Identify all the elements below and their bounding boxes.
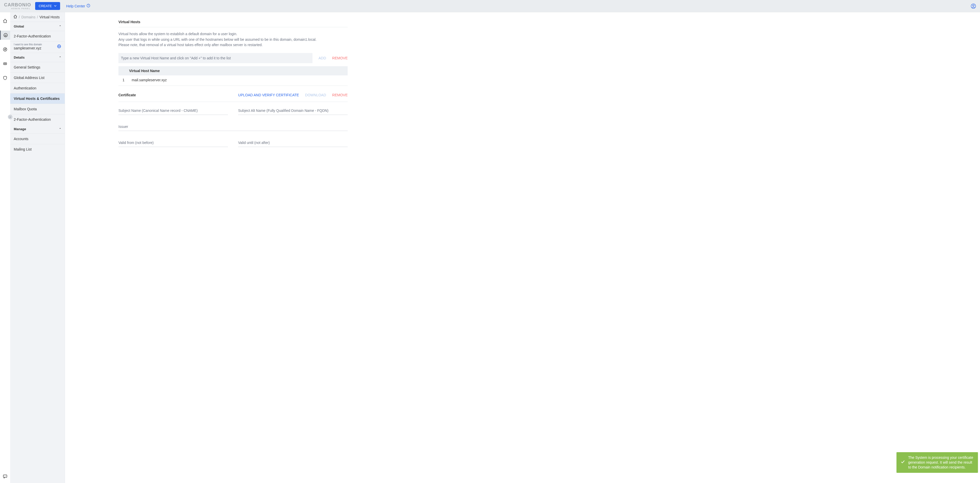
check-icon: [900, 459, 905, 465]
valid-from-field: Valid from (not before): [118, 139, 228, 147]
download-certificate-button[interactable]: DOWNLOAD: [305, 93, 326, 97]
sidebar-item-2fa-details[interactable]: 2-Factor-Authentication: [10, 114, 65, 124]
sidebar-section-details[interactable]: Details ⌃: [10, 53, 65, 62]
nav-monitoring-icon[interactable]: [0, 45, 10, 54]
help-center-link[interactable]: Help Center ?: [66, 4, 91, 8]
create-button-label: CREATE: [39, 4, 52, 8]
svg-point-12: [5, 476, 5, 477]
svg-point-7: [5, 49, 6, 50]
add-button[interactable]: ADD: [318, 56, 326, 60]
table-row[interactable]: 1 mail.sampleserver.xyz: [118, 75, 348, 84]
home-icon[interactable]: [13, 14, 18, 19]
breadcrumb-section[interactable]: Domains: [21, 15, 35, 19]
chevron-up-icon: ⌃: [59, 25, 61, 28]
certificate-title: Certificate: [118, 93, 136, 97]
user-account-icon[interactable]: [971, 3, 976, 9]
virtual-host-name-input[interactable]: [118, 53, 312, 63]
logo-main: CARBONIO: [4, 3, 31, 7]
nav-privacy-icon[interactable]: [0, 73, 10, 83]
row-index: 1: [121, 78, 126, 82]
sidebar-item-mailing-list[interactable]: Mailing List: [10, 144, 65, 155]
success-toast: The System is processing your certificat…: [896, 452, 978, 473]
nav-feedback-icon[interactable]: [0, 474, 10, 483]
main-content: Virtual Hosts Virtual hosts allow the sy…: [65, 12, 980, 483]
valid-until-field: Valid until (not after): [238, 139, 348, 147]
toast-message: The System is processing your certificat…: [908, 455, 974, 470]
chevron-up-icon: ⌃: [59, 128, 61, 131]
chevron-right-icon: ›: [10, 116, 10, 118]
svg-rect-9: [4, 64, 6, 64]
chevron-down-icon: [54, 4, 57, 8]
sidebar: / Domains / Virtual Hosts Global ⌃ 2-Fac…: [10, 12, 65, 483]
top-bar: CARBONIO ADMIN PANEL CREATE Help Center …: [0, 0, 980, 12]
issuer-field: Issuer: [118, 123, 348, 131]
nav-rail: @: [0, 12, 10, 483]
sidebar-item-virtual-hosts[interactable]: Virtual Hosts & Certificates: [10, 93, 65, 104]
svg-point-13: [6, 476, 6, 477]
sidebar-item-mailbox-quota[interactable]: Mailbox Quota: [10, 104, 65, 114]
remove-virtual-host-button[interactable]: REMOVE: [332, 56, 348, 60]
help-center-label: Help Center: [66, 4, 85, 8]
virtual-hosts-description: Virtual hosts allow the system to establ…: [118, 31, 348, 48]
chevron-up-icon: ⌃: [59, 56, 61, 59]
sidebar-collapse-handle[interactable]: ›: [8, 115, 13, 119]
logo: CARBONIO ADMIN PANEL: [4, 3, 31, 10]
sidebar-item-gal[interactable]: Global Address List: [10, 72, 65, 83]
sidebar-section-global[interactable]: Global ⌃: [10, 22, 65, 31]
breadcrumb-current: Virtual Hosts: [40, 15, 60, 19]
svg-text:@: @: [4, 34, 6, 37]
logo-sub: ADMIN PANEL: [11, 8, 30, 10]
nav-home-icon[interactable]: [0, 16, 10, 26]
breadcrumb: / Domains / Virtual Hosts: [10, 12, 65, 22]
domain-selector[interactable]: I want to see this domain sampleserver.x…: [10, 41, 65, 53]
help-icon: ?: [87, 4, 90, 8]
sidebar-item-accounts[interactable]: Accounts: [10, 134, 65, 144]
nav-storage-icon[interactable]: [0, 59, 10, 68]
svg-point-11: [4, 476, 5, 477]
nav-domains-icon[interactable]: @: [0, 30, 10, 40]
sidebar-item-general-settings[interactable]: General Settings: [10, 62, 65, 72]
sidebar-item-authentication[interactable]: Authentication: [10, 83, 65, 93]
svg-point-3: [973, 5, 974, 6]
subject-name-field: Subject Name (Canonical Name record - CN…: [118, 107, 228, 115]
virtual-hosts-title: Virtual Hosts: [118, 20, 348, 24]
domain-selector-value: sampleserver.xyz: [14, 46, 57, 50]
sidebar-section-manage[interactable]: Manage ⌃: [10, 124, 65, 134]
svg-rect-8: [3, 63, 6, 65]
domain-selector-label: I want to see this domain: [14, 43, 57, 46]
create-button[interactable]: CREATE: [35, 2, 60, 10]
remove-certificate-button[interactable]: REMOVE: [332, 93, 348, 97]
row-vhost-name: mail.sampleserver.xyz: [132, 78, 167, 82]
sidebar-item-2fa-global[interactable]: 2-Factor-Authentication: [10, 31, 65, 41]
virtual-hosts-table: Virtual Host Name 1 mail.sampleserver.xy…: [118, 66, 348, 84]
globe-icon: [57, 44, 61, 49]
table-header-vhost-name: Virtual Host Name: [118, 66, 348, 75]
subject-alt-name-field: Subject Alt Name (Fully Qualified Domain…: [238, 107, 348, 115]
svg-text:?: ?: [88, 4, 89, 7]
upload-certificate-button[interactable]: UPLOAD AND VERIFY CERTIFICATE: [238, 93, 299, 97]
